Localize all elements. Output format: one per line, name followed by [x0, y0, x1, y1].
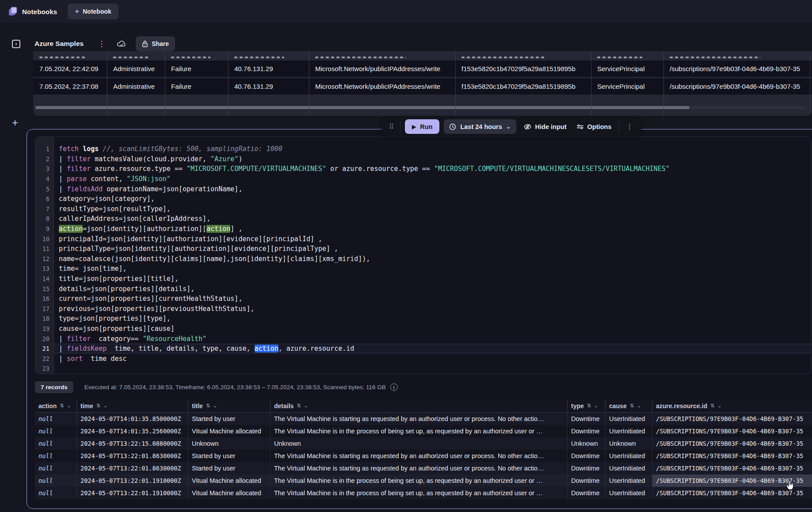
activity-log-cell[interactable]: ServicePrincipal [591, 61, 663, 77]
table-cell[interactable]: /SUBSCRIPTIONS/97E9B03F-04D6-4B69-B307-3… [652, 462, 812, 474]
column-menu-chevron-icon[interactable]: ⌄ [637, 403, 641, 409]
activity-log-cell[interactable]: Microsoft.Network/publicIPAddresses/writ… [309, 78, 455, 95]
table-cell[interactable]: Unknown [271, 437, 568, 450]
table-cell[interactable]: Vitual Machine allocated [188, 487, 271, 499]
drag-handle[interactable]: ⠿ [387, 123, 396, 131]
column-header-details[interactable]: details⇅⌄ [271, 399, 568, 412]
notebook-menu-button[interactable]: ⋮ [98, 39, 105, 49]
table-cell[interactable]: UserInitiated [606, 450, 652, 462]
column-header-time[interactable]: time⇅⌄ [77, 399, 188, 412]
table-cell[interactable]: UserInitiated [606, 413, 652, 425]
table-cell[interactable]: null [35, 450, 77, 462]
activity-log-cell[interactable]: Administrative [107, 61, 165, 77]
hide-input-button[interactable]: Hide input [521, 123, 569, 130]
column-menu-chevron-icon[interactable]: ⌄ [594, 403, 598, 409]
table-cell[interactable]: Unknown [188, 437, 271, 450]
add-section-button[interactable]: + [9, 117, 21, 129]
table-cell[interactable]: The Virtual Machine is in the process of… [271, 487, 568, 499]
table-cell[interactable]: /SUBSCRIPTIONS/97E9B03F-04D6-4B69-B307-3… [652, 413, 812, 425]
activity-log-cell[interactable]: f153e5820c1b47029f5a29a81519895b [455, 78, 591, 95]
sort-icon[interactable]: ⇅ [297, 403, 301, 409]
table-cell[interactable]: Downtime [568, 425, 606, 437]
column-header-action[interactable]: action⇅⌄ [35, 399, 77, 412]
timeframe-button[interactable]: Last 24 hours ⌄ [444, 119, 516, 134]
sort-icon[interactable]: ⇅ [96, 403, 100, 409]
table-row[interactable]: null2024-05-07T13:22:01.8630000ZStarted … [35, 450, 812, 462]
table-cell[interactable]: 2024-05-07T13:22:01.1910000Z [77, 474, 188, 487]
column-header-type[interactable]: type⇅⌄ [568, 399, 606, 412]
activity-log-cell[interactable]: Failure [165, 61, 228, 77]
table-cell[interactable]: Started by user [188, 413, 271, 425]
sort-icon[interactable]: ⇅ [60, 403, 64, 409]
table-cell[interactable]: Vitual Machine allocated [188, 425, 271, 437]
activity-log-cell[interactable]: Microsoft.Network/publicIPAddresses/writ… [309, 61, 455, 77]
table-cell[interactable]: 2024-05-07T13:22:01.8630000Z [77, 450, 188, 462]
table-cell[interactable]: /SUBSCRIPTIONS/97E9B03F-04D6-4B69-B307-3… [652, 425, 812, 437]
table-cell[interactable]: The Virtual Machine is starting as reque… [271, 413, 568, 425]
activity-log-cell[interactable]: /subscriptions/97e9b03f-04d6-4b69-b307-3… [663, 61, 810, 77]
table-row[interactable]: null2024-05-07T14:01:35.8500000ZStarted … [35, 413, 812, 425]
table-cell[interactable]: /SUBSCRIPTIONS/97E9B03F-04D6-4B69-B307-3… [652, 437, 812, 450]
table-cell[interactable]: 2024-05-07T14:01:35.2560000Z [77, 425, 188, 437]
table-cell[interactable]: Downtime [568, 450, 606, 462]
table-cell[interactable]: 2024-05-07T13:22:15.0880000Z [77, 437, 188, 450]
table-cell[interactable]: The Virtual Machine is in the process of… [271, 474, 568, 487]
table-cell[interactable]: Unknown [568, 437, 606, 450]
table-cell[interactable]: Downtime [568, 413, 606, 425]
column-menu-chevron-icon[interactable]: ⌄ [717, 403, 721, 409]
table-cell[interactable]: /SUBSCRIPTIONS/97E9B03F-04D6-4B69-B307-3… [652, 450, 812, 462]
column-header-cause[interactable]: cause⇅⌄ [606, 399, 652, 412]
activity-log-row[interactable]: 7.05.2024, 22:42:09AdministrativeFailure… [33, 61, 812, 77]
dql-query-editor[interactable]: 1fetch logs //, scanLimitGBytes: 500, sa… [35, 137, 811, 374]
section-overflow-menu-button[interactable]: ⋮ [623, 122, 636, 131]
table-cell[interactable]: null [35, 474, 77, 487]
sort-icon[interactable]: ⇅ [587, 403, 591, 409]
share-button[interactable]: Share [136, 36, 175, 51]
column-menu-chevron-icon[interactable]: ⌄ [67, 403, 71, 409]
table-cell[interactable]: null [35, 425, 77, 437]
notebook-section-icon[interactable]: › [12, 40, 20, 48]
table-cell[interactable]: Vitual Machine allocated [188, 474, 271, 487]
column-header-azure-resource-id[interactable]: azure.resource.id⇅⌄ [652, 399, 812, 412]
horizontal-scrollbar-thumb[interactable] [35, 106, 690, 109]
column-header-title[interactable]: title⇅⌄ [188, 399, 271, 412]
table-cell[interactable]: The Virtual Machine is in the process of… [271, 425, 568, 437]
horizontal-scrollbar-track[interactable] [35, 106, 804, 109]
table-cell[interactable]: Downtime [568, 474, 606, 487]
table-cell[interactable]: null [35, 462, 77, 474]
table-cell[interactable]: UserInitiated [606, 425, 652, 437]
table-row[interactable]: null2024-05-07T13:22:01.8630000ZStarted … [35, 462, 812, 474]
table-cell[interactable]: null [35, 437, 77, 450]
activity-log-cell[interactable]: f153e5820c1b47029f5a29a81519895b [455, 61, 591, 77]
table-cell[interactable]: Started by user [188, 450, 271, 462]
table-cell[interactable]: null [35, 413, 77, 425]
run-button[interactable]: ▶ Run [405, 119, 439, 134]
options-button[interactable]: Options [574, 123, 614, 130]
table-row[interactable]: null2024-05-07T13:22:01.1910000ZVitual M… [35, 474, 812, 487]
table-row[interactable]: null2024-05-07T14:01:35.2560000ZVitual M… [35, 425, 812, 437]
table-cell[interactable]: UserInitiated [606, 474, 652, 487]
table-cell[interactable]: Started by user [188, 462, 271, 474]
table-cell[interactable]: 2024-05-07T13:22:01.8630000Z [77, 462, 188, 474]
table-cell[interactable]: null [35, 487, 77, 499]
table-cell[interactable]: The Virtual Machine is starting as reque… [271, 450, 568, 462]
activity-log-cell[interactable]: 7.05.2024, 22:37:08 [33, 78, 107, 95]
activity-log-cell[interactable]: 40.76.131.29 [228, 61, 309, 77]
table-cell[interactable]: 2024-05-07T14:01:35.8500000Z [77, 413, 188, 425]
table-cell[interactable]: Downtime [568, 487, 606, 499]
table-cell[interactable]: UserInitiated [606, 487, 652, 499]
new-notebook-button[interactable]: + Notebook [68, 4, 118, 19]
activity-log-cell[interactable]: /subscriptions/97e9b03f-04d6-4b69-b307-3… [663, 78, 810, 95]
sort-icon[interactable]: ⇅ [206, 403, 210, 409]
activity-log-cell[interactable]: 7.05.2024, 22:42:09 [33, 61, 107, 77]
table-row[interactable]: null2024-05-07T13:22:01.1910000ZVitual M… [35, 487, 812, 499]
column-menu-chevron-icon[interactable]: ⌄ [304, 403, 308, 409]
table-cell[interactable]: 2024-05-07T13:22:01.1910000Z [77, 487, 188, 499]
table-row[interactable]: null2024-05-07T13:22:15.0880000ZUnknownU… [35, 437, 812, 450]
activity-log-cell[interactable]: Administrative [107, 78, 165, 95]
notebook-title[interactable]: Azure Samples [34, 40, 84, 48]
column-menu-chevron-icon[interactable]: ⌄ [103, 403, 107, 409]
table-cell[interactable]: Downtime [568, 462, 606, 474]
info-icon[interactable]: i [390, 383, 398, 391]
table-cell[interactable]: Unknown [606, 437, 652, 450]
